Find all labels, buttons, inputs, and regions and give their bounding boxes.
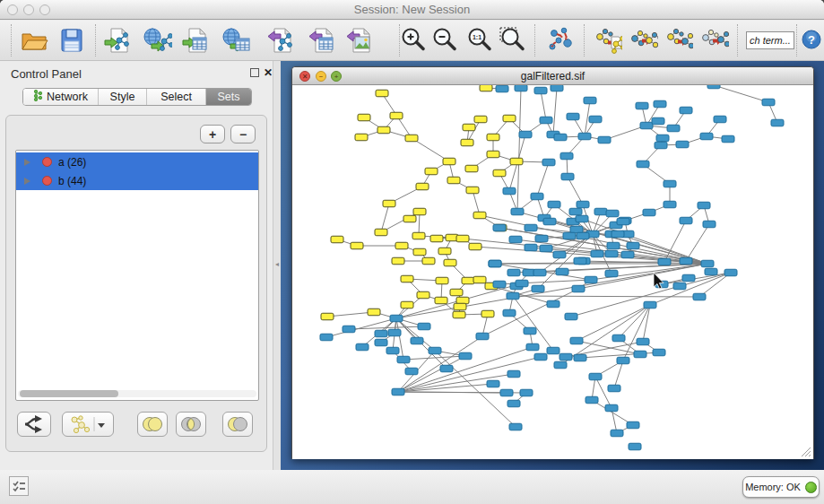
graph-node[interactable] <box>701 260 714 267</box>
graph-node[interactable] <box>565 313 577 320</box>
graph-node[interactable] <box>771 119 784 126</box>
graph-node[interactable] <box>636 102 648 109</box>
graph-node[interactable] <box>714 116 726 123</box>
graph-node[interactable] <box>377 126 390 134</box>
export-network-button[interactable] <box>266 25 297 56</box>
graph-node[interactable] <box>481 310 494 317</box>
graph-node[interactable] <box>422 257 435 265</box>
graph-node[interactable] <box>503 187 516 195</box>
graph-node[interactable] <box>534 353 547 361</box>
tab-style[interactable]: Style <box>99 89 147 105</box>
resize-grip[interactable] <box>802 448 811 456</box>
zoom-out-button[interactable] <box>429 25 460 56</box>
graph-node[interactable] <box>680 217 692 224</box>
graph-node[interactable] <box>388 329 401 336</box>
graph-node[interactable] <box>493 281 506 288</box>
graph-node[interactable] <box>540 245 552 252</box>
graph-node[interactable] <box>535 235 548 242</box>
graph-node[interactable] <box>605 404 618 412</box>
graph-node[interactable] <box>456 297 469 304</box>
import-network-file-button[interactable] <box>103 25 134 56</box>
graph-node[interactable] <box>554 134 567 141</box>
graph-node[interactable] <box>392 388 404 395</box>
graph-node[interactable] <box>453 311 465 318</box>
graph-node[interactable] <box>526 343 539 351</box>
graph-node[interactable] <box>569 208 582 215</box>
graph-node[interactable] <box>390 112 403 119</box>
graph-node[interactable] <box>534 87 547 94</box>
graph-node[interactable] <box>429 347 441 354</box>
graph-node[interactable] <box>331 236 343 243</box>
graph-node[interactable] <box>465 165 478 172</box>
import-table-web-button[interactable] <box>221 25 252 56</box>
graph-node[interactable] <box>589 116 602 123</box>
export-image-button[interactable] <box>345 25 376 56</box>
graph-node[interactable] <box>493 224 506 231</box>
graph-node[interactable] <box>375 229 387 236</box>
graph-node[interactable] <box>487 380 499 387</box>
graph-node[interactable] <box>654 100 666 108</box>
float-panel-icon[interactable] <box>250 68 259 77</box>
graph-node[interactable] <box>680 107 692 114</box>
graph-node[interactable] <box>617 357 629 364</box>
graph-node[interactable] <box>507 400 520 407</box>
graph-node[interactable] <box>606 210 619 217</box>
graph-node[interactable] <box>607 242 620 249</box>
zoom-fit-button[interactable]: 1:1 <box>464 25 495 56</box>
graph-node[interactable] <box>533 269 546 276</box>
graph-node[interactable] <box>343 326 355 333</box>
graph-node[interactable] <box>525 244 537 251</box>
graph-node[interactable] <box>703 221 716 228</box>
graph-node[interactable] <box>658 258 671 265</box>
zoom-in-button[interactable] <box>398 25 429 56</box>
graph-node[interactable] <box>680 257 692 265</box>
graph-node[interactable] <box>454 303 466 310</box>
graph-node[interactable] <box>700 133 713 140</box>
graph-node[interactable] <box>436 277 448 284</box>
graph-node[interactable] <box>509 423 522 430</box>
graph-node[interactable] <box>474 116 487 123</box>
graph-node[interactable] <box>405 135 418 142</box>
graph-node[interactable] <box>627 421 639 429</box>
graph-node[interactable] <box>489 260 501 267</box>
tab-select[interactable]: Select <box>147 89 206 105</box>
difference-sets-button[interactable] <box>222 412 253 437</box>
graph-node[interactable] <box>375 339 387 346</box>
task-history-button[interactable] <box>9 476 29 496</box>
graph-node[interactable] <box>473 276 486 283</box>
graph-node[interactable] <box>644 301 656 308</box>
graph-node[interactable] <box>567 113 579 120</box>
graph-node[interactable] <box>444 259 456 266</box>
graph-node[interactable] <box>585 276 597 283</box>
graph-node[interactable] <box>762 99 775 106</box>
graph-node[interactable] <box>611 430 623 437</box>
graph-node[interactable] <box>655 142 667 149</box>
graph-node[interactable] <box>417 291 429 299</box>
graph-node[interactable] <box>612 335 625 342</box>
split-set-button[interactable] <box>17 412 51 437</box>
scrollbar-thumb[interactable] <box>20 390 118 397</box>
graph-node[interactable] <box>664 201 676 208</box>
graph-node[interactable] <box>519 131 532 138</box>
graph-node[interactable] <box>463 124 475 131</box>
remove-set-button[interactable]: − <box>230 125 256 143</box>
graph-node[interactable] <box>516 280 528 287</box>
tab-sets[interactable]: Sets <box>206 89 251 105</box>
graph-node[interactable] <box>413 208 426 215</box>
graph-node[interactable] <box>321 313 334 320</box>
graph-node[interactable] <box>450 289 463 296</box>
graph-node[interactable] <box>507 292 519 300</box>
save-session-button[interactable] <box>56 25 87 56</box>
graph-node[interactable] <box>430 235 443 242</box>
import-table-file-button[interactable] <box>181 25 212 56</box>
network-canvas[interactable] <box>292 85 813 459</box>
expand-triangle-icon[interactable] <box>24 159 30 166</box>
graph-node[interactable] <box>476 333 489 340</box>
network-window[interactable]: ✕ − + galFiltered.sif <box>291 66 814 459</box>
graph-node[interactable] <box>577 201 589 208</box>
graph-node[interactable] <box>605 250 618 257</box>
graph-node[interactable] <box>547 347 559 354</box>
graph-node[interactable] <box>473 212 486 219</box>
graph-node[interactable] <box>425 168 438 175</box>
new-network-from-selection-button[interactable] <box>664 25 694 56</box>
